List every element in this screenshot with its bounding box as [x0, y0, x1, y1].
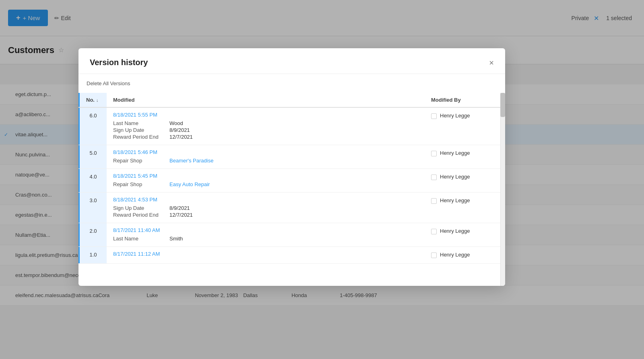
version-number: 3.0: [78, 193, 107, 223]
version-content: 8/18/2021 5:45 PM Repair Shop Easy Auto …: [107, 169, 425, 192]
version-checkbox[interactable]: [431, 174, 437, 180]
version-row: 5.0 8/18/2021 5:46 PM Repair Shop Beamer…: [78, 145, 505, 169]
version-number: 4.0: [78, 169, 107, 192]
version-change: Last Name Wood: [113, 120, 418, 126]
version-date[interactable]: 8/18/2021 4:53 PM: [113, 197, 418, 203]
version-history-modal: Version history × Delete All Versions No…: [78, 48, 505, 286]
version-date[interactable]: 8/17/2021 11:40 AM: [113, 227, 418, 233]
version-modified-by: Henry Legge: [425, 193, 505, 223]
version-row: 6.0 8/18/2021 5:55 PM Last Name Wood Sig…: [78, 108, 505, 145]
version-modified-by: Henry Legge: [425, 108, 505, 145]
version-content: 8/18/2021 5:46 PM Repair Shop Beamer's P…: [107, 145, 425, 168]
modal-body: Delete All Versions No. ↓ Modified Modif…: [78, 74, 505, 286]
column-header-modified[interactable]: Modified: [107, 93, 425, 107]
version-number: 5.0: [78, 145, 107, 168]
version-change: Last Name Smith: [113, 236, 418, 242]
scrollbar[interactable]: [500, 93, 505, 286]
version-checkbox[interactable]: [431, 252, 437, 258]
version-number: 2.0: [78, 223, 107, 246]
modified-by-label: Modified By: [431, 97, 461, 103]
version-history-header: No. ↓ Modified Modified By: [78, 93, 505, 108]
version-date[interactable]: 8/18/2021 5:55 PM: [113, 112, 418, 118]
scrollbar-thumb[interactable]: [500, 93, 505, 117]
column-header-modified-by[interactable]: Modified By: [425, 93, 505, 107]
version-modified-by: Henry Legge: [425, 247, 505, 263]
version-row: 1.0 8/17/2021 11:12 AM Henry Legge: [78, 247, 505, 264]
version-number: 1.0: [78, 247, 107, 263]
version-content: 8/18/2021 5:55 PM Last Name Wood Sign Up…: [107, 108, 425, 145]
version-change: Reward Period End 12/7/2021: [113, 212, 418, 218]
version-row: 2.0 8/17/2021 11:40 AM Last Name Smith H…: [78, 223, 505, 247]
sort-icon: ↓: [96, 98, 99, 103]
modified-label: Modified: [113, 97, 134, 103]
modal-title: Version history: [90, 58, 148, 67]
version-content: 8/17/2021 11:40 AM Last Name Smith: [107, 223, 425, 246]
version-change: Sign Up Date 8/9/2021: [113, 205, 418, 211]
version-change: Reward Period End 12/7/2021: [113, 134, 418, 140]
version-change: Sign Up Date 8/9/2021: [113, 127, 418, 133]
version-content: 8/18/2021 4:53 PM Sign Up Date 8/9/2021 …: [107, 193, 425, 223]
version-history-table-wrap: No. ↓ Modified Modified By 6.0 8/18/2021…: [78, 93, 505, 286]
version-date[interactable]: 8/18/2021 5:45 PM: [113, 173, 418, 179]
version-date[interactable]: 8/18/2021 5:46 PM: [113, 149, 418, 155]
modal-header: Version history ×: [78, 48, 505, 74]
version-number: 6.0: [78, 108, 107, 145]
version-row: 4.0 8/18/2021 5:45 PM Repair Shop Easy A…: [78, 169, 505, 193]
column-header-no[interactable]: No. ↓: [78, 93, 107, 107]
no-label: No.: [86, 97, 95, 103]
version-checkbox[interactable]: [431, 151, 437, 156]
delete-all-versions-button[interactable]: Delete All Versions: [87, 80, 130, 86]
version-content: 8/17/2021 11:12 AM: [107, 247, 425, 263]
modal-close-button[interactable]: ×: [489, 59, 494, 67]
version-checkbox[interactable]: [431, 113, 437, 119]
version-modified-by: Henry Legge: [425, 223, 505, 246]
version-checkbox[interactable]: [431, 229, 437, 234]
version-modified-by: Henry Legge: [425, 145, 505, 168]
version-row: 3.0 8/18/2021 4:53 PM Sign Up Date 8/9/2…: [78, 193, 505, 223]
version-change: Repair Shop Easy Auto Repair: [113, 181, 418, 187]
version-modified-by: Henry Legge: [425, 169, 505, 192]
version-date[interactable]: 8/17/2021 11:12 AM: [113, 251, 418, 257]
version-change: Repair Shop Beamer's Paradise: [113, 158, 418, 164]
version-checkbox[interactable]: [431, 198, 437, 204]
